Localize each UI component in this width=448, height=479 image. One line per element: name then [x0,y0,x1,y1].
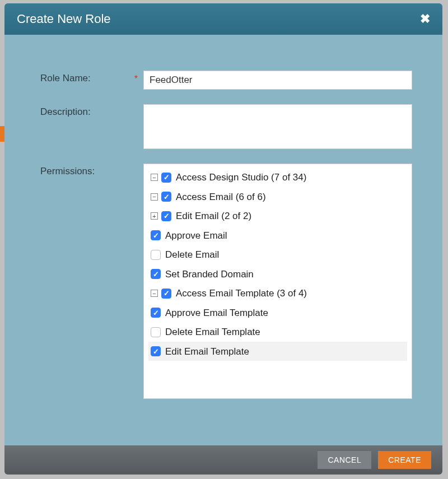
permission-label: Delete Email [165,249,219,260]
create-role-modal: Create New Role ✖ Role Name: * Descripti… [4,3,442,475]
permission-node: −✓Access Design Studio (7 of 34) [148,168,407,187]
permission-label: Delete Email Template [165,327,260,337]
role-name-label: Role Name: [40,71,130,90]
permission-node: −✓Access Email (6 of 6) [148,187,407,207]
collapse-icon[interactable]: − [151,174,158,181]
permission-label: Approve Email Template [165,307,268,318]
permissions-label: Permissions: [40,164,130,399]
description-label: Description: [40,104,130,149]
permission-label: Set Branded Domain [165,268,254,279]
permissions-row: Permissions: −✓Access Design Studio (7 o… [40,164,412,399]
permission-checkbox[interactable]: ✓ [161,211,171,221]
modal-footer: CANCEL CREATE [4,445,442,475]
modal-header: Create New Role ✖ [4,3,442,35]
modal-body: Role Name: * Description: Permissions: −… [4,35,442,445]
permission-label: Edit Email Template [165,346,249,356]
create-button[interactable]: CREATE [378,451,431,469]
permission-node: ✓Approve Email [148,226,407,245]
permission-node: +✓Edit Email (2 of 2) [148,206,407,226]
role-name-input[interactable] [143,71,412,90]
permission-node: ✓Edit Email Template [148,342,407,361]
required-asterisk-icon: * [130,71,138,90]
permissions-tree[interactable]: −✓Access Design Studio (7 of 34)−✓Access… [143,164,412,399]
permission-label: Approve Email [165,230,227,240]
permission-checkbox[interactable]: ✓ [151,346,161,356]
permission-node: −✓Access Email Template (3 of 4) [148,283,407,303]
permission-checkbox[interactable]: ✓ [151,269,161,279]
permission-label: Access Design Studio (7 of 34) [176,172,306,183]
cancel-button[interactable]: CANCEL [318,451,371,469]
permission-node: Delete Email [148,245,407,264]
collapse-icon[interactable]: − [151,193,158,201]
permission-checkbox[interactable]: ✓ [151,308,161,318]
permission-checkbox[interactable]: ✓ [161,289,171,299]
permission-label: Edit Email (2 of 2) [176,211,251,221]
permission-checkbox[interactable]: ✓ [161,192,171,202]
close-icon[interactable]: ✖ [420,12,430,26]
permission-node: ✓Set Branded Domain [148,264,407,284]
permission-label: Access Email Template (3 of 4) [176,288,307,299]
description-input[interactable] [143,104,412,149]
permission-checkbox[interactable] [151,250,161,260]
role-name-row: Role Name: * [40,71,412,90]
permission-checkbox[interactable]: ✓ [151,230,161,240]
modal-title: Create New Role [17,12,111,26]
expand-icon[interactable]: + [151,212,158,220]
collapse-icon[interactable]: − [151,290,158,297]
permission-checkbox[interactable]: ✓ [161,173,171,183]
permission-node: ✓Approve Email Template [148,303,407,323]
permission-checkbox[interactable] [151,327,161,337]
permission-node: Delete Email Template [148,322,407,342]
description-row: Description: [40,104,412,149]
permission-label: Access Email (6 of 6) [176,191,266,202]
